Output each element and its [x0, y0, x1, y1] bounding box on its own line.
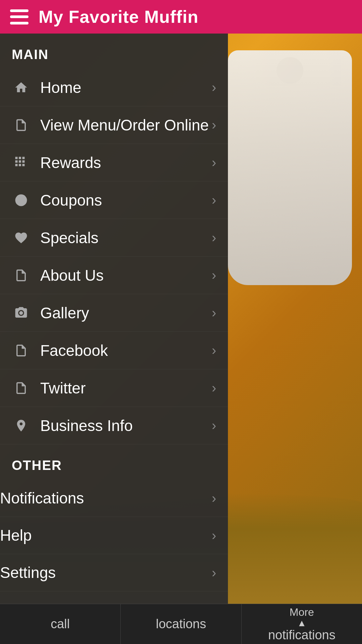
tab-call-label: call	[51, 617, 70, 631]
sidebar-item-settings-label: Settings	[0, 564, 212, 582]
sidebar-item-help[interactable]: Help ›	[0, 517, 228, 554]
sidebar-item-gallery-label: Gallery	[40, 304, 212, 322]
sidebar-item-view-menu-label: View Menu/Order Online	[40, 116, 212, 134]
arrow-icon: ›	[212, 80, 216, 95]
svg-rect-6	[15, 164, 17, 166]
sidebar-item-view-menu[interactable]: View Menu/Order Online ›	[0, 106, 228, 144]
sidebar-item-business-info-label: Business Info	[40, 417, 212, 435]
svg-rect-2	[22, 157, 24, 159]
svg-rect-7	[19, 164, 21, 166]
sidebar-item-twitter[interactable]: Twitter ›	[0, 369, 228, 407]
arrow-icon: ›	[212, 491, 216, 506]
sidebar-item-rewards-label: Rewards	[40, 154, 212, 172]
arrow-icon: ›	[212, 380, 216, 395]
rewards-icon	[12, 153, 30, 172]
document-icon	[12, 116, 30, 134]
sidebar-item-specials-label: Specials	[40, 229, 212, 247]
sidebar-item-coupons[interactable]: Coupons ›	[0, 181, 228, 219]
tab-notifications-label: notifications	[268, 628, 336, 642]
hamburger-menu-button[interactable]	[10, 9, 28, 24]
arrow-icon: ›	[212, 343, 216, 358]
tab-more-text: More	[290, 606, 314, 619]
sidebar-item-specials[interactable]: Specials ›	[0, 219, 228, 257]
svg-point-9	[15, 194, 27, 206]
sidebar-item-about-us[interactable]: About Us ›	[0, 257, 228, 294]
home-icon	[12, 78, 30, 97]
svg-rect-3	[15, 160, 17, 163]
svg-rect-0	[15, 157, 17, 159]
sidebar-item-home[interactable]: Home ›	[0, 69, 228, 106]
heart-icon	[12, 228, 30, 247]
sidebar-item-rewards[interactable]: Rewards ›	[0, 144, 228, 181]
sidebar-item-coupons-label: Coupons	[40, 191, 212, 209]
background-cup	[228, 50, 352, 285]
arrow-icon: ›	[212, 418, 216, 433]
hamburger-line-2	[10, 15, 28, 18]
arrow-icon: ›	[212, 193, 216, 208]
svg-rect-5	[22, 160, 24, 163]
sidebar-item-twitter-label: Twitter	[40, 379, 212, 397]
sidebar-item-home-label: Home	[40, 78, 212, 97]
tab-call[interactable]: call	[0, 604, 121, 644]
arrow-icon: ›	[212, 268, 216, 283]
app-title: My Favorite Muffin	[39, 7, 198, 27]
arrow-icon: ›	[212, 230, 216, 245]
tab-locations-label: locations	[156, 617, 206, 631]
tab-notifications[interactable]: More ▲ notifications	[242, 604, 362, 644]
sidebar-item-settings[interactable]: Settings ›	[0, 554, 228, 591]
camera-icon	[12, 304, 30, 322]
app-header: My Favorite Muffin	[0, 0, 362, 34]
arrow-icon: ›	[212, 565, 216, 580]
sidebar-item-notifications[interactable]: Notifications ›	[0, 480, 228, 517]
twitter-icon	[12, 379, 30, 397]
sidebar-item-gallery[interactable]: Gallery ›	[0, 294, 228, 332]
sidebar-item-about-us-label: About Us	[40, 266, 212, 284]
bottom-navigation: call locations More ▲ notifications	[0, 604, 362, 644]
svg-rect-4	[19, 160, 21, 163]
sidebar-item-notifications-label: Notifications	[0, 489, 212, 507]
pin-icon	[12, 416, 30, 435]
document-about-icon	[12, 266, 30, 284]
svg-rect-8	[22, 164, 24, 166]
arrow-icon: ›	[212, 155, 216, 170]
coupons-icon	[12, 191, 30, 209]
chevron-up-icon: ▲	[297, 619, 306, 628]
tab-locations[interactable]: locations	[121, 604, 241, 644]
sidebar-item-help-label: Help	[0, 526, 212, 544]
sidebar-item-facebook[interactable]: Facebook ›	[0, 332, 228, 369]
sidebar-item-facebook-label: Facebook	[40, 341, 212, 360]
facebook-icon	[12, 341, 30, 360]
other-section-label: OTHER	[0, 444, 228, 480]
svg-rect-1	[19, 157, 21, 159]
arrow-icon: ›	[212, 305, 216, 320]
sidebar-item-business-info[interactable]: Business Info ›	[0, 407, 228, 444]
arrow-icon: ›	[212, 528, 216, 543]
main-section-label: MAIN	[0, 34, 228, 69]
hamburger-line-3	[10, 22, 28, 24]
arrow-icon: ›	[212, 117, 216, 132]
hamburger-line-1	[10, 9, 28, 12]
side-drawer: MAIN Home › View Menu/Order Online ›	[0, 34, 228, 644]
